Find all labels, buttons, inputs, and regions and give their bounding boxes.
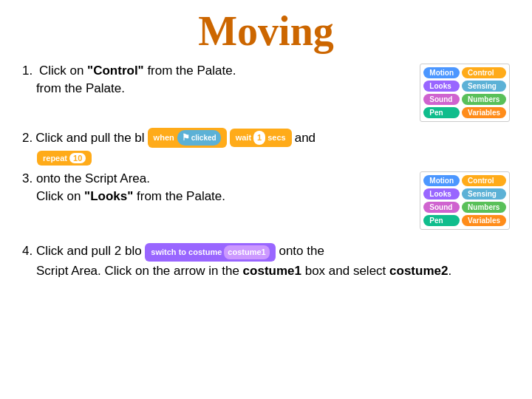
motion-btn-2[interactable]: Motion xyxy=(423,175,460,186)
wait-num: 1 xyxy=(253,131,265,146)
step1-text-after: from the Palate. xyxy=(144,64,236,78)
wait-label: wait xyxy=(236,132,251,145)
costume-val: costume1 xyxy=(224,245,269,259)
motion-btn[interactable]: Motion xyxy=(423,67,460,78)
step1-keyword: "Control" xyxy=(87,64,144,78)
wait-block[interactable]: wait 1 secs xyxy=(230,129,292,148)
sensing-btn-2[interactable]: Sensing xyxy=(462,188,506,200)
costume-block[interactable]: switch to costume costume1 xyxy=(145,243,275,262)
wait-secs: secs xyxy=(267,132,285,145)
step3-from: from the Palate. xyxy=(137,189,225,203)
step4-costume1: costume1 xyxy=(243,264,301,278)
clicked-label: clicked xyxy=(191,132,216,144)
palette-1: Motion Control Looks Sensing Sound Numbe… xyxy=(414,64,510,122)
sensing-btn[interactable]: Sensing xyxy=(462,81,506,92)
costume-label: switch to costume xyxy=(151,246,222,259)
when-block[interactable]: when ⚑ clicked xyxy=(148,128,227,148)
pen-btn[interactable]: Pen xyxy=(423,107,460,118)
repeat-num: 10 xyxy=(69,153,86,163)
sound-btn-2[interactable]: Sound xyxy=(423,202,460,213)
step4-onto: onto the xyxy=(279,244,324,258)
step3-number: 3. xyxy=(22,171,33,185)
step1-number: 1. xyxy=(22,64,33,78)
flag-icon: ⚑ xyxy=(182,131,190,145)
step4-costume2: costume2 xyxy=(389,264,448,278)
variables-btn-2[interactable]: Variables xyxy=(462,215,506,226)
looks-btn[interactable]: Looks xyxy=(423,81,460,92)
numbers-btn[interactable]: Numbers xyxy=(462,94,506,105)
control-btn-2[interactable]: Control xyxy=(462,175,506,186)
repeat-label: repeat xyxy=(43,154,67,163)
numbers-btn-2[interactable]: Numbers xyxy=(462,202,506,213)
looks-btn-2[interactable]: Looks xyxy=(423,188,460,200)
step2-text: Click and pull the bl xyxy=(35,128,144,148)
step4-period: . xyxy=(448,264,451,278)
step3-onto: onto the Script Area. xyxy=(36,171,150,185)
step4-number: 4. xyxy=(22,244,33,258)
palette-2: Motion Control Looks Sensing Sound Numbe… xyxy=(414,171,510,230)
variables-btn[interactable]: Variables xyxy=(462,107,506,118)
control-btn[interactable]: Control xyxy=(462,67,506,78)
step4-script: Script Area. Click on the arrow in the xyxy=(36,264,243,278)
step3-click: Click on "Looks" xyxy=(36,189,133,203)
step4-box: box and select xyxy=(301,264,389,278)
sound-btn[interactable]: Sound xyxy=(423,94,460,105)
repeat-block[interactable]: repeat 10 xyxy=(37,151,92,166)
when-label: when xyxy=(154,132,174,145)
step4-text1: Click and pull 2 blo xyxy=(36,244,142,258)
step2-and: and xyxy=(295,128,316,148)
step1-text-before: Click on xyxy=(39,64,87,78)
page-title: Moving xyxy=(0,0,532,55)
pen-btn-2[interactable]: Pen xyxy=(423,215,460,226)
step2-number: 2. xyxy=(22,128,33,148)
